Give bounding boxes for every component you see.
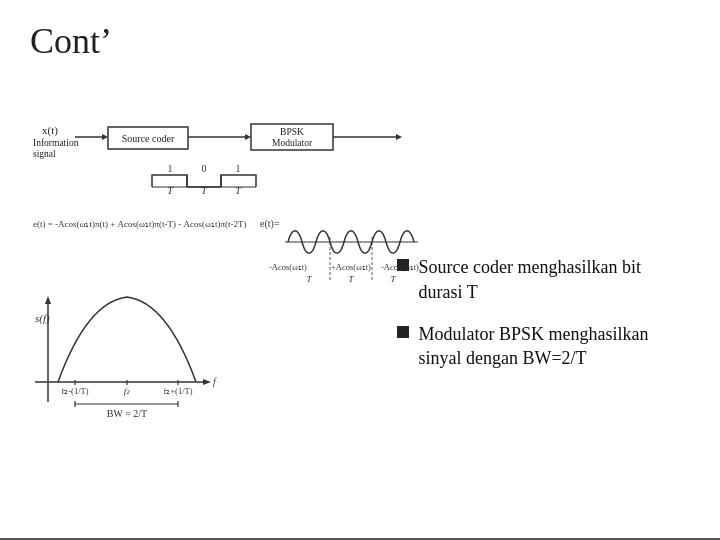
svg-text:f₂: f₂ [124,386,131,396]
source-coder-label: Source coder [122,133,175,144]
info-signal-label: Information [33,138,79,148]
svg-text:-Acos(ω₁t): -Acos(ω₁t) [269,262,307,272]
text-area: Source coder menghasilkan bit durasi T M… [377,72,691,512]
svg-marker-3 [245,134,251,140]
bullet-text-1: Source coder menghasilkan bit durasi T [419,255,681,304]
svg-marker-27 [203,379,211,385]
svg-marker-5 [396,134,402,140]
svg-text:-Acos(ω₁t): -Acos(ω₁t) [381,262,419,272]
svg-marker-25 [45,296,51,304]
bpsk-label2: Modulator [272,138,313,148]
svg-text:0: 0 [202,163,207,174]
et-right-label: e(t)= [260,218,280,230]
svg-text:+Acos(ω₁t): +Acos(ω₁t) [331,262,371,272]
svg-text:1: 1 [236,163,241,174]
diagram-area: x(t) Information signal Source coder BPS… [30,72,377,512]
xt-label: x(t) [42,124,58,137]
svg-text:f: f [213,376,217,387]
svg-text:T: T [390,274,396,284]
svg-text:T: T [306,274,312,284]
bullet-text-2: Modulator BPSK menghasilkan sinyal denga… [419,322,681,371]
svg-text:1: 1 [168,163,173,174]
bpsk-label1: BPSK [280,127,304,137]
info-signal-label2: signal [33,149,56,159]
bw-label: BW = 2/T [107,408,147,419]
svg-text:T: T [348,274,354,284]
diagram-svg: x(t) Information signal Source coder BPS… [30,72,420,502]
svg-text:f₂-(1/T): f₂-(1/T) [61,386,88,396]
svg-marker-1 [102,134,108,140]
bullet-item-2: Modulator BPSK menghasilkan sinyal denga… [397,322,681,371]
bullet-item-1: Source coder menghasilkan bit durasi T [397,255,681,304]
slide-title: Cont’ [30,20,690,62]
slide-page: Cont’ x(t) Information signal Source cod… [0,0,720,540]
content-area: x(t) Information signal Source coder BPS… [30,72,690,512]
et-label: e(t) = -Acos(ω₁t)π(t) + Acos(ω₁t)π(t-T) … [33,219,247,229]
svg-text:f₂+(1/T): f₂+(1/T) [163,386,192,396]
